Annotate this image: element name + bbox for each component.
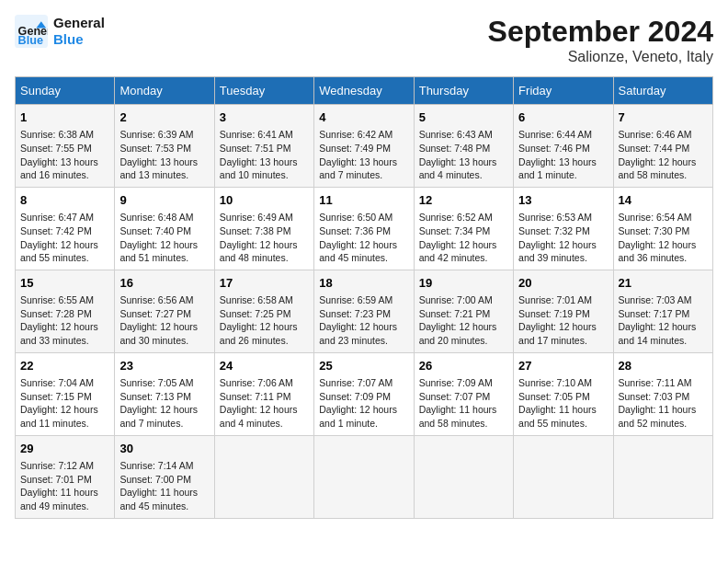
day-info: Sunrise: 6:58 AM Sunset: 7:25 PM Dayligh… [220, 293, 309, 348]
day-header-tuesday: Tuesday [214, 77, 313, 105]
calendar-cell: 10Sunrise: 6:49 AM Sunset: 7:38 PM Dayli… [214, 187, 313, 270]
day-info: Sunrise: 7:04 AM Sunset: 7:15 PM Dayligh… [20, 376, 109, 431]
day-number: 10 [220, 192, 309, 209]
calendar-cell: 9Sunrise: 6:48 AM Sunset: 7:40 PM Daylig… [115, 187, 214, 270]
day-info: Sunrise: 6:47 AM Sunset: 7:42 PM Dayligh… [20, 211, 109, 265]
day-info: Sunrise: 6:48 AM Sunset: 7:40 PM Dayligh… [119, 211, 209, 265]
calendar-cell: 8Sunrise: 6:47 AM Sunset: 7:42 PM Daylig… [16, 187, 115, 270]
day-info: Sunrise: 7:05 AM Sunset: 7:13 PM Dayligh… [119, 376, 209, 431]
calendar-cell: 15Sunrise: 6:55 AM Sunset: 7:28 PM Dayli… [16, 270, 115, 352]
day-number: 13 [518, 192, 608, 209]
day-info: Sunrise: 6:50 AM Sunset: 7:36 PM Dayligh… [319, 211, 408, 265]
day-info: Sunrise: 7:03 AM Sunset: 7:17 PM Dayligh… [619, 293, 708, 348]
day-number: 12 [419, 192, 508, 209]
day-number: 18 [319, 275, 408, 292]
day-number: 3 [220, 109, 309, 126]
calendar-cell: 7Sunrise: 6:46 AM Sunset: 7:44 PM Daylig… [613, 105, 712, 188]
day-number: 29 [20, 441, 109, 457]
calendar-cell [514, 435, 613, 518]
day-number: 23 [119, 358, 209, 374]
calendar-body: 1Sunrise: 6:38 AM Sunset: 7:55 PM Daylig… [16, 105, 713, 519]
logo: General Blue General Blue [15, 15, 105, 48]
day-header-monday: Monday [115, 77, 214, 105]
day-number: 16 [119, 275, 209, 292]
day-header-friday: Friday [514, 77, 613, 105]
calendar-cell [214, 435, 313, 518]
day-number: 20 [518, 275, 608, 292]
day-number: 28 [619, 358, 708, 374]
day-header-sunday: Sunday [16, 77, 115, 105]
calendar-cell: 26Sunrise: 7:09 AM Sunset: 7:07 PM Dayli… [414, 352, 513, 435]
calendar-cell: 22Sunrise: 7:04 AM Sunset: 7:15 PM Dayli… [16, 352, 115, 435]
calendar-cell [613, 435, 712, 518]
calendar-week-2: 8Sunrise: 6:47 AM Sunset: 7:42 PM Daylig… [16, 187, 713, 270]
day-number: 2 [119, 109, 209, 126]
calendar-cell: 20Sunrise: 7:01 AM Sunset: 7:19 PM Dayli… [514, 270, 613, 352]
title-section: September 2024 Salionze, Veneto, Italy [488, 15, 713, 65]
calendar-table: SundayMondayTuesdayWednesdayThursdayFrid… [15, 76, 713, 519]
calendar-cell: 5Sunrise: 6:43 AM Sunset: 7:48 PM Daylig… [414, 105, 513, 188]
calendar-cell: 29Sunrise: 7:12 AM Sunset: 7:01 PM Dayli… [16, 435, 115, 518]
calendar-cell: 25Sunrise: 7:07 AM Sunset: 7:09 PM Dayli… [314, 352, 414, 435]
logo-icon: General Blue [15, 15, 48, 48]
calendar-week-1: 1Sunrise: 6:38 AM Sunset: 7:55 PM Daylig… [16, 105, 713, 188]
calendar-week-5: 29Sunrise: 7:12 AM Sunset: 7:01 PM Dayli… [16, 435, 713, 518]
logo-general: General [53, 15, 105, 30]
day-info: Sunrise: 7:11 AM Sunset: 7:03 PM Dayligh… [619, 376, 708, 431]
day-info: Sunrise: 7:14 AM Sunset: 7:00 PM Dayligh… [119, 459, 209, 513]
day-info: Sunrise: 6:56 AM Sunset: 7:27 PM Dayligh… [119, 293, 209, 348]
day-number: 19 [419, 275, 508, 292]
day-info: Sunrise: 6:49 AM Sunset: 7:38 PM Dayligh… [220, 211, 309, 265]
calendar-cell: 18Sunrise: 6:59 AM Sunset: 7:23 PM Dayli… [314, 270, 414, 352]
day-number: 14 [619, 192, 708, 209]
day-number: 11 [319, 192, 408, 209]
day-number: 24 [220, 358, 309, 374]
calendar-cell [314, 435, 414, 518]
calendar-cell: 2Sunrise: 6:39 AM Sunset: 7:53 PM Daylig… [115, 105, 214, 188]
day-number: 1 [20, 109, 109, 126]
day-number: 5 [419, 109, 508, 126]
day-number: 15 [20, 275, 109, 292]
page-header: General Blue General Blue September 2024… [15, 15, 713, 65]
day-info: Sunrise: 6:46 AM Sunset: 7:44 PM Dayligh… [619, 128, 708, 182]
calendar-cell: 13Sunrise: 6:53 AM Sunset: 7:32 PM Dayli… [514, 187, 613, 270]
day-info: Sunrise: 6:52 AM Sunset: 7:34 PM Dayligh… [419, 211, 508, 265]
calendar-cell: 12Sunrise: 6:52 AM Sunset: 7:34 PM Dayli… [414, 187, 513, 270]
day-header-thursday: Thursday [414, 77, 513, 105]
calendar-cell: 27Sunrise: 7:10 AM Sunset: 7:05 PM Dayli… [514, 352, 613, 435]
day-header-wednesday: Wednesday [314, 77, 414, 105]
day-number: 9 [119, 192, 209, 209]
day-info: Sunrise: 6:44 AM Sunset: 7:46 PM Dayligh… [518, 128, 608, 182]
calendar-header: SundayMondayTuesdayWednesdayThursdayFrid… [16, 77, 713, 105]
day-number: 30 [119, 441, 209, 457]
day-info: Sunrise: 7:07 AM Sunset: 7:09 PM Dayligh… [319, 376, 408, 431]
day-number: 7 [619, 109, 708, 126]
calendar-cell: 23Sunrise: 7:05 AM Sunset: 7:13 PM Dayli… [115, 352, 214, 435]
calendar-cell: 30Sunrise: 7:14 AM Sunset: 7:00 PM Dayli… [115, 435, 214, 518]
day-info: Sunrise: 6:38 AM Sunset: 7:55 PM Dayligh… [20, 128, 109, 182]
day-info: Sunrise: 6:55 AM Sunset: 7:28 PM Dayligh… [20, 293, 109, 348]
calendar-cell: 3Sunrise: 6:41 AM Sunset: 7:51 PM Daylig… [214, 105, 313, 188]
day-info: Sunrise: 6:42 AM Sunset: 7:49 PM Dayligh… [319, 128, 408, 182]
calendar-cell: 24Sunrise: 7:06 AM Sunset: 7:11 PM Dayli… [214, 352, 313, 435]
svg-text:Blue: Blue [18, 34, 43, 47]
calendar-cell: 11Sunrise: 6:50 AM Sunset: 7:36 PM Dayli… [314, 187, 414, 270]
calendar-cell: 19Sunrise: 7:00 AM Sunset: 7:21 PM Dayli… [414, 270, 513, 352]
day-info: Sunrise: 6:54 AM Sunset: 7:30 PM Dayligh… [619, 211, 708, 265]
day-number: 22 [20, 358, 109, 374]
calendar-cell: 6Sunrise: 6:44 AM Sunset: 7:46 PM Daylig… [514, 105, 613, 188]
day-info: Sunrise: 7:01 AM Sunset: 7:19 PM Dayligh… [518, 293, 608, 348]
day-info: Sunrise: 6:59 AM Sunset: 7:23 PM Dayligh… [319, 293, 408, 348]
day-info: Sunrise: 7:10 AM Sunset: 7:05 PM Dayligh… [518, 376, 608, 431]
calendar-cell: 14Sunrise: 6:54 AM Sunset: 7:30 PM Dayli… [613, 187, 712, 270]
calendar-cell: 21Sunrise: 7:03 AM Sunset: 7:17 PM Dayli… [613, 270, 712, 352]
logo-blue: Blue [53, 31, 84, 47]
calendar-cell: 17Sunrise: 6:58 AM Sunset: 7:25 PM Dayli… [214, 270, 313, 352]
day-info: Sunrise: 7:12 AM Sunset: 7:01 PM Dayligh… [20, 459, 109, 513]
calendar-cell: 16Sunrise: 6:56 AM Sunset: 7:27 PM Dayli… [115, 270, 214, 352]
day-number: 8 [20, 192, 109, 209]
day-info: Sunrise: 7:06 AM Sunset: 7:11 PM Dayligh… [220, 376, 309, 431]
day-info: Sunrise: 7:00 AM Sunset: 7:21 PM Dayligh… [419, 293, 508, 348]
day-info: Sunrise: 6:53 AM Sunset: 7:32 PM Dayligh… [518, 211, 608, 265]
day-number: 4 [319, 109, 408, 126]
